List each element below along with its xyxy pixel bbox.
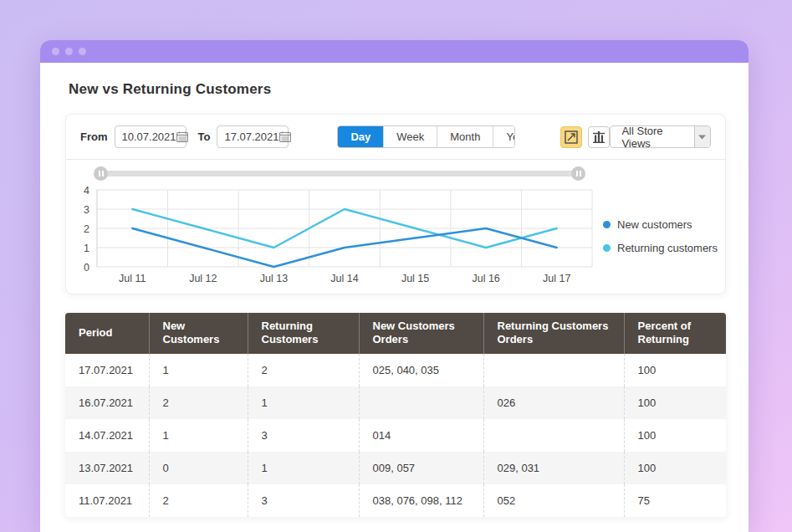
table-cell: 026 (483, 386, 624, 419)
from-label: From (80, 130, 108, 143)
table-cell: 1 (149, 419, 248, 452)
chart-legend: New customersReturning customers (603, 183, 718, 285)
table-row: 14.07.202113014100 (65, 419, 726, 452)
calendar-icon[interactable] (176, 131, 188, 142)
chevron-down-icon[interactable] (694, 126, 710, 147)
table-cell: 14.07.2021 (65, 419, 149, 452)
legend-item: New customers (603, 218, 718, 231)
period-segmented-control: DayWeekMonthYear (337, 125, 515, 148)
table-row: 13.07.202101009, 057029, 031100 (65, 452, 726, 484)
from-date-value: 10.07.2021 (122, 130, 176, 143)
column-header: New Customers (149, 313, 248, 354)
column-header: New Customers Orders (359, 313, 483, 354)
svg-text:1: 1 (84, 243, 89, 254)
table-cell: 1 (248, 452, 359, 484)
table-cell: 025, 040, 035 (359, 354, 483, 386)
table-header-row: PeriodNew CustomersReturning CustomersNe… (65, 313, 726, 354)
table-row: 11.07.202123038, 076, 098, 11205275 (65, 484, 726, 517)
table-cell: 13.07.2021 (65, 452, 149, 484)
to-date-value: 17.07.2021 (224, 130, 278, 143)
legend-label: New customers (617, 218, 692, 231)
chart-card: From 10.07.2021 To 17.07.2021 DayWeekMon… (65, 114, 726, 294)
line-chart-icon (565, 130, 578, 144)
legend-item: Returning customers (603, 242, 718, 254)
customers-report-table: PeriodNew CustomersReturning CustomersNe… (65, 313, 726, 517)
table-cell (483, 354, 624, 386)
table-cell: 100 (624, 354, 726, 386)
table-cell: 2 (248, 354, 359, 386)
column-header: Period (65, 313, 149, 354)
svg-text:Jul 12: Jul 12 (189, 273, 217, 284)
filter-toolbar: From 10.07.2021 To 17.07.2021 DayWeekMon… (66, 115, 725, 160)
table-cell: 2 (149, 484, 248, 517)
app-window: New vs Returning Customers From 10.07.20… (40, 40, 749, 532)
period-button-week[interactable]: Week (383, 126, 437, 147)
slider-handle-right[interactable] (571, 166, 585, 181)
store-views-value: All Store Views (611, 126, 693, 147)
table-cell: 029, 031 (483, 452, 624, 484)
legend-dot-icon (603, 221, 611, 228)
table-cell: 75 (624, 484, 726, 517)
table-cell (483, 419, 624, 452)
store-views-dropdown[interactable]: All Store Views (610, 125, 711, 148)
window-titlebar (40, 40, 749, 63)
table-cell: 11.07.2021 (65, 484, 149, 517)
table-cell: 052 (483, 484, 624, 517)
column-header: Percent of Returning (624, 313, 726, 354)
window-dot (79, 48, 86, 55)
page-title: New vs Returning Customers (69, 81, 749, 98)
to-label: To (198, 130, 211, 143)
calendar-icon[interactable] (279, 131, 291, 142)
slider-handle-left[interactable] (94, 166, 108, 181)
table-cell: 100 (624, 419, 726, 452)
table-cell: 0 (149, 452, 248, 484)
legend-dot-icon (603, 244, 611, 252)
table-cell: 16.07.2021 (65, 386, 149, 419)
from-date-input[interactable]: 10.07.2021 (115, 125, 187, 148)
svg-text:Jul 11: Jul 11 (119, 273, 146, 284)
table-row: 17.07.202112025, 040, 035100 (65, 354, 726, 386)
to-date-input[interactable]: 17.07.2021 (217, 125, 289, 148)
chart-section: 01234Jul 11Jul 12Jul 13Jul 14Jul 15Jul 1… (66, 160, 725, 294)
chart-type-switcher (560, 126, 610, 148)
report-table-card: PeriodNew CustomersReturning CustomersNe… (65, 313, 726, 517)
column-header: Returning Customers Orders (483, 313, 624, 354)
period-button-month[interactable]: Month (437, 126, 493, 147)
period-button-year[interactable]: Year (493, 126, 515, 147)
svg-text:2: 2 (84, 223, 89, 235)
table-cell: 009, 057 (359, 452, 483, 484)
chart-range-slider[interactable] (95, 171, 584, 176)
bar-chart-icon (592, 130, 605, 144)
table-cell: 100 (624, 452, 726, 484)
line-chart: 01234Jul 11Jul 12Jul 13Jul 14Jul 15Jul 1… (79, 183, 595, 285)
svg-text:3: 3 (84, 204, 89, 216)
table-cell: 3 (248, 419, 359, 452)
window-dot (52, 48, 59, 55)
svg-text:Jul 14: Jul 14 (330, 273, 358, 284)
table-cell: 038, 076, 098, 112 (359, 484, 483, 517)
svg-text:0: 0 (84, 262, 89, 274)
period-button-day[interactable]: Day (338, 126, 383, 147)
table-cell: 17.07.2021 (65, 354, 149, 386)
window-dot (65, 48, 73, 55)
bar-chart-button[interactable] (588, 126, 610, 148)
svg-text:Jul 16: Jul 16 (472, 273, 499, 284)
table-cell (359, 386, 483, 419)
svg-text:Jul 13: Jul 13 (260, 273, 288, 284)
line-chart-button[interactable] (560, 126, 582, 148)
table-cell: 2 (149, 386, 248, 419)
svg-text:Jul 15: Jul 15 (401, 273, 429, 284)
svg-text:4: 4 (84, 185, 89, 197)
table-cell: 014 (359, 419, 483, 452)
table-cell: 100 (624, 386, 726, 419)
column-header: Returning Customers (248, 313, 359, 354)
legend-label: Returning customers (617, 242, 718, 254)
table-row: 16.07.202121026100 (65, 386, 726, 419)
svg-text:Jul 17: Jul 17 (543, 273, 570, 284)
table-cell: 3 (248, 484, 359, 517)
table-cell: 1 (149, 354, 248, 386)
table-cell: 1 (248, 386, 359, 419)
